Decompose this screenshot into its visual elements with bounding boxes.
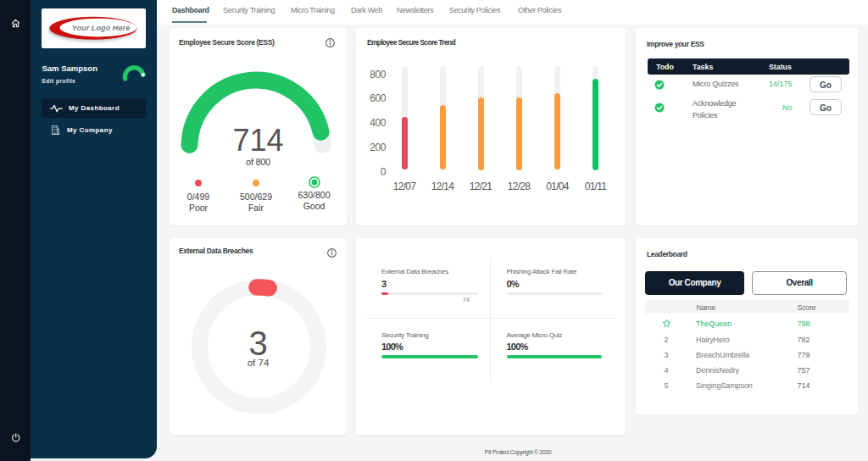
svg-text:Your Logo Here: Your Logo Here [72, 24, 131, 32]
